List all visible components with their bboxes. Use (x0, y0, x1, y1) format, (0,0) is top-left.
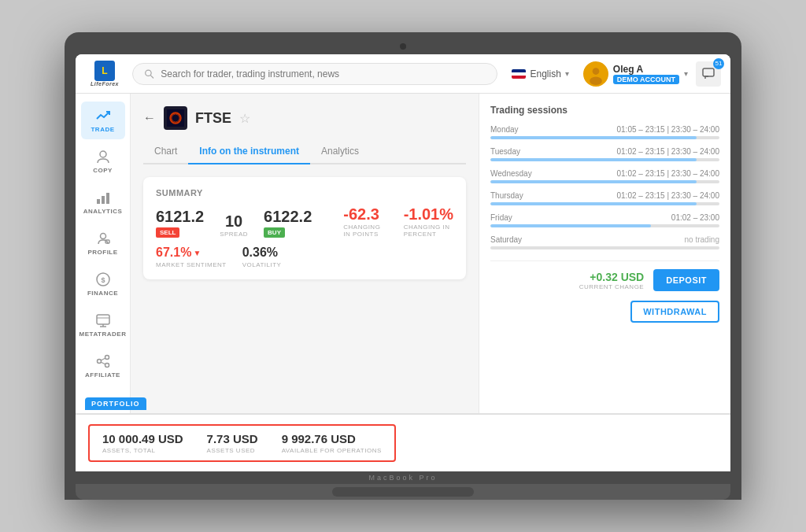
sidebar-item-profile[interactable]: PROFILE (81, 224, 125, 262)
user-name: Oleg A (613, 64, 679, 75)
svg-point-5 (592, 68, 599, 75)
logo: L LifeForex (85, 61, 124, 87)
analytics-icon (95, 190, 111, 205)
instrument-tabs: Chart Info on the instrument Analytics (143, 139, 466, 164)
changing-percent-value: -1.01% (404, 205, 453, 224)
session-row: Thursday 01:02 – 23:15 | 23:30 – 24:00 (490, 191, 719, 205)
user-area[interactable]: Oleg A DEMO ACCOUNT ▾ (583, 61, 688, 87)
sidebar-item-finance[interactable]: $ FINANCE (81, 265, 125, 303)
portfolio-bar-wrapper: PORTFOLIO 10 000.49 USD ASSETS, TOTAL 7.… (76, 413, 730, 471)
assets-total-item: 10 000.49 USD ASSETS, TOTAL (102, 432, 183, 454)
profile-icon (95, 231, 111, 246)
session-row: Tuesday 01:02 – 23:15 | 23:30 – 24:00 (490, 147, 719, 161)
buy-price-item: 6122.2 BUY (264, 208, 312, 238)
svg-point-12 (100, 234, 105, 239)
chat-count-badge: 51 (713, 58, 724, 69)
affiliate-icon (95, 353, 111, 369)
assets-used-label: ASSETS USED (207, 447, 258, 454)
session-row: Friday 01:02 – 23:00 (490, 213, 719, 227)
content-area: ← FTSE ☆ (131, 94, 479, 413)
sidebar-item-trade[interactable]: TRADE (81, 102, 125, 139)
sidebar-item-copy[interactable]: COPY (81, 142, 125, 180)
spread-item: 10 SPREAD (220, 212, 248, 238)
market-sentiment-value: 67.1% ▼ (156, 246, 227, 260)
withdrawal-button[interactable]: WITHDRAWAL (630, 301, 719, 323)
sell-badge: SELL (156, 227, 179, 238)
session-row: Saturday no trading (490, 235, 719, 249)
svg-point-21 (105, 356, 109, 360)
trackpad (332, 487, 474, 497)
tab-info[interactable]: Info on the instrument (188, 139, 310, 164)
svg-line-23 (101, 358, 105, 360)
language-label: English (530, 68, 560, 79)
svg-text:$: $ (101, 276, 105, 284)
metatrader-icon (95, 312, 111, 328)
svg-point-22 (105, 364, 109, 368)
macbook-label: MacBook Pro (76, 471, 730, 484)
spread-value: 10 (225, 212, 242, 231)
trade-icon (95, 108, 111, 124)
buy-badge: BUY (264, 227, 285, 238)
changing-points-item: -62.3 CHANGING IN POINTS (343, 205, 387, 238)
copy-icon (95, 149, 111, 164)
changing-percent-item: -1.01% CHANGING IN PERCENT (404, 205, 453, 238)
sidebar-profile-label: PROFILE (87, 249, 117, 256)
tab-analytics[interactable]: Analytics (310, 139, 370, 164)
language-selector[interactable]: English ▾ (505, 65, 575, 83)
svg-rect-10 (102, 196, 105, 204)
chat-button[interactable]: 51 (696, 61, 721, 87)
star-icon[interactable]: ☆ (239, 111, 250, 126)
changing-percent-label: CHANGING IN PERCENT (404, 224, 453, 238)
svg-line-24 (101, 362, 105, 364)
svg-text:L: L (102, 65, 108, 76)
summary-title: Summary (156, 188, 453, 198)
portfolio-metrics: 10 000.49 USD ASSETS, TOTAL 7.73 USD ASS… (88, 424, 396, 462)
instrument-header: ← FTSE ☆ (143, 106, 466, 130)
user-chevron-icon: ▾ (684, 69, 688, 78)
sidebar-item-metatrader[interactable]: METATRADER (81, 306, 125, 344)
session-row: Wednesday 01:02 – 23:15 | 23:30 – 24:00 (490, 169, 719, 183)
volatility-value: 0.36% (242, 246, 282, 260)
sidebar-item-affiliate[interactable]: AFFILIATE (81, 347, 125, 385)
sidebar-copy-label: COPY (93, 167, 113, 174)
svg-line-3 (150, 75, 153, 77)
svg-rect-16 (97, 315, 109, 324)
demo-badge: DEMO ACCOUNT (613, 75, 679, 84)
sidebar-item-analytics[interactable]: ANALYTICS (81, 183, 125, 221)
svg-point-6 (590, 76, 602, 85)
svg-point-20 (97, 360, 101, 364)
back-button[interactable]: ← (143, 111, 156, 125)
svg-rect-7 (703, 68, 714, 76)
trading-sessions-title: Trading sessions (490, 105, 719, 116)
changing-points-value: -62.3 (343, 205, 387, 224)
finance-icon: $ (95, 272, 111, 287)
svg-rect-9 (97, 199, 100, 204)
spread-label: SPREAD (220, 231, 248, 238)
top-nav: L LifeForex English ▾ (76, 54, 730, 94)
assets-used-item: 7.73 USD ASSETS USED (207, 432, 258, 454)
search-icon (144, 68, 154, 79)
instrument-name: FTSE (195, 110, 231, 127)
assets-total-label: ASSETS, TOTAL (102, 447, 183, 454)
changing-points-label: CHANGING IN POINTS (343, 224, 387, 238)
logo-text: LifeForex (91, 81, 119, 87)
assets-used-value: 7.73 USD (207, 432, 258, 445)
tab-chart[interactable]: Chart (143, 139, 188, 164)
summary-card: Summary 6121.2 SELL 10 SPREAD (143, 177, 466, 279)
search-input[interactable] (161, 68, 486, 79)
market-sentiment-label: MARKET SENTIMENT (156, 261, 227, 268)
sidebar-affiliate-label: AFFILIATE (85, 371, 120, 379)
user-info: Oleg A DEMO ACCOUNT (613, 64, 679, 84)
sell-price-item: 6121.2 SELL (156, 208, 204, 238)
sidebar: TRADE COPY (76, 94, 131, 413)
sidebar-trade-label: TRADE (91, 126, 114, 133)
sidebar-finance-label: FINANCE (87, 290, 118, 297)
deposit-button[interactable]: DEPOSIT (653, 269, 719, 291)
sell-value: 6121.2 (156, 208, 204, 226)
available-ops-label: AVAILABLE FOR OPERATIONS (282, 447, 382, 454)
volatility-item: 0.36% VOLATILITY (242, 246, 282, 268)
chevron-down-icon: ▾ (565, 69, 569, 78)
sidebar-metatrader-label: METATRADER (79, 331, 127, 338)
portfolio-tab-label[interactable]: PORTFOLIO (85, 397, 146, 410)
search-bar[interactable] (132, 63, 497, 85)
